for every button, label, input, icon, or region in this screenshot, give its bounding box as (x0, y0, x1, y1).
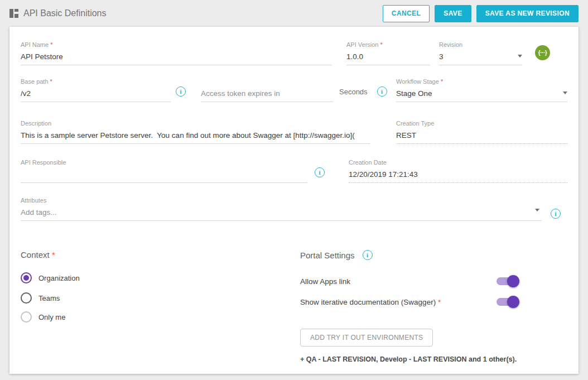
attributes-label: Attributes (21, 197, 542, 204)
add-try-it-out-environments-button[interactable]: ADD TRY IT OUT ENVIRONMENTS (300, 329, 433, 347)
info-icon[interactable]: i (315, 167, 325, 177)
allow-apps-link-toggle[interactable] (497, 277, 517, 285)
radio-button-icon[interactable] (21, 292, 32, 304)
radio-organization[interactable]: Organization (21, 272, 300, 283)
api-definitions-card: API Name * API Version * Revision 3 {···… (9, 27, 579, 374)
show-swagger-doc-toggle[interactable] (497, 298, 517, 306)
api-name-input[interactable] (21, 51, 332, 65)
api-name-label: API Name * (21, 41, 332, 48)
required-asterisk: * (50, 78, 52, 85)
radio-label[interactable]: Teams (38, 294, 60, 302)
base-path-input[interactable] (21, 88, 171, 102)
info-icon[interactable]: i (176, 86, 186, 97)
required-asterisk: * (380, 41, 383, 48)
info-icon[interactable]: i (363, 250, 373, 260)
required-asterisk: * (50, 41, 52, 48)
context-section-title: Context * (21, 250, 300, 259)
chevron-down-icon[interactable] (535, 209, 539, 211)
environments-summary: + QA - LAST REVISION, Develop - LAST REV… (300, 355, 567, 363)
save-button[interactable]: SAVE (435, 5, 471, 22)
toggle-label: Allow Apps link (300, 277, 350, 286)
access-token-expires-input[interactable] (201, 88, 333, 102)
page-title: API Basic Definitions (23, 8, 107, 18)
info-icon[interactable]: i (377, 86, 387, 97)
revision-label: Revision (439, 41, 522, 48)
revision-select[interactable]: 3 (439, 51, 522, 65)
creation-date-value: 12/20/2019 17:21:43 (349, 169, 567, 183)
workflow-stage-value: Stage One (396, 89, 432, 98)
show-swagger-doc-row: Show iterative documentation (Swagger) * (300, 295, 519, 309)
attributes-tags-input[interactable] (21, 206, 542, 221)
radio-label[interactable]: Only me (38, 313, 65, 321)
cancel-button[interactable]: CANCEL (383, 5, 430, 22)
radio-button-icon[interactable] (21, 311, 32, 323)
radio-button-icon[interactable] (21, 272, 32, 283)
required-asterisk: * (441, 78, 443, 85)
toggle-knob[interactable] (507, 275, 519, 287)
base-path-label: Base path * (21, 78, 171, 85)
description-input[interactable] (21, 129, 370, 144)
grid-icon (9, 9, 18, 18)
required-asterisk: * (438, 298, 441, 306)
api-contract-icon[interactable]: {···} (535, 45, 550, 60)
radio-only-me[interactable]: Only me (21, 311, 300, 323)
api-responsible-input[interactable] (21, 169, 307, 183)
creation-type-label: Creation Type (396, 120, 567, 127)
portal-settings-title: Portal Settings i (300, 250, 567, 260)
radio-label[interactable]: Organization (38, 274, 80, 282)
workflow-stage-label: Workflow Stage * (396, 78, 567, 85)
toggle-knob[interactable] (507, 296, 519, 308)
top-bar: API Basic Definitions CANCEL SAVE SAVE A… (0, 0, 588, 27)
description-label: Description (21, 120, 370, 127)
radio-teams[interactable]: Teams (21, 292, 300, 304)
api-responsible-label: API Responsible (21, 159, 307, 166)
allow-apps-link-row: Allow Apps link (300, 275, 519, 288)
save-as-new-revision-button[interactable]: SAVE AS NEW REVISION (476, 5, 579, 22)
creation-date-label: Creation Date (349, 159, 567, 166)
chevron-down-icon (518, 55, 522, 57)
workflow-stage-select[interactable]: Stage One (396, 88, 567, 102)
info-icon[interactable]: i (551, 209, 561, 219)
revision-value: 3 (439, 52, 444, 61)
creation-type-value: REST (396, 129, 567, 144)
seconds-label: Seconds (339, 88, 368, 96)
toggle-label: Show iterative documentation (Swagger) * (300, 298, 441, 306)
chevron-down-icon (563, 92, 567, 94)
api-version-input[interactable] (346, 51, 430, 65)
api-version-label: API Version * (346, 41, 430, 48)
required-asterisk: * (52, 250, 55, 259)
